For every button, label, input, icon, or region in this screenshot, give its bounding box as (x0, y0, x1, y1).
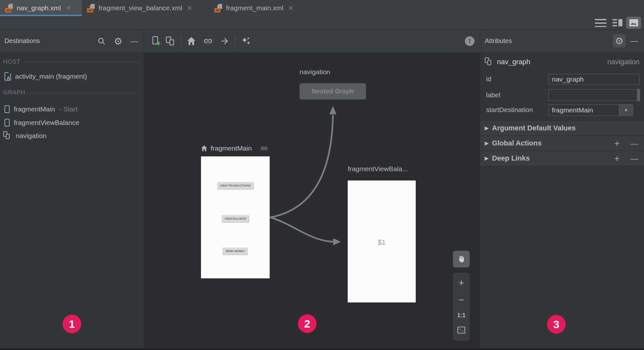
label-field-label: label (486, 89, 500, 101)
zoom-controls: + − 1:1 (453, 273, 470, 341)
tab-label: nav_graph.xml (17, 4, 61, 12)
tab-label: fragment_main.xml (226, 4, 283, 12)
design-view-button[interactable] (626, 17, 641, 29)
fragment-view-balance-preview-card[interactable]: $1 (348, 180, 416, 302)
add-deep-link-button[interactable]: + (611, 151, 623, 166)
tab-fragment-view-balance[interactable]: <> fragment_view_balance.xml ✕ (82, 0, 209, 16)
fragment-main-preview-card[interactable]: VIEW TRANSACTIONS VIEW BALANCE SEND MONE… (201, 156, 270, 278)
collapse-arrow-icon: ▶ (485, 155, 489, 161)
collapse-arrow-icon: ▶ (485, 140, 489, 146)
component-id: nav_graph (497, 58, 530, 66)
host-section-header: HOST (3, 58, 140, 65)
deep-link-badge-icon (260, 144, 268, 152)
close-icon[interactable]: ✕ (66, 4, 71, 12)
preview-button: VIEW BALANCE (222, 215, 249, 222)
tab-fragment-main[interactable]: <> fragment_main.xml ✕ (209, 0, 302, 16)
preview-button: VIEW TRANSACTIONS (217, 182, 253, 189)
attributes-panel-header: Attributes ⚙ — (480, 30, 644, 53)
canvas-toolbar: ! (144, 30, 480, 53)
gear-icon: ⚙ (615, 35, 624, 47)
xml-file-icon: <> (214, 4, 222, 13)
component-type: navigation (607, 58, 640, 66)
actual-size-button[interactable]: 1:1 (457, 312, 466, 319)
destinations-panel: HOST A activity_main (fragment) GRAPH fr… (0, 53, 144, 350)
close-icon[interactable]: ✕ (288, 4, 294, 12)
deep-link-icon[interactable] (203, 36, 213, 46)
destination-item-activity-main[interactable]: A activity_main (fragment) (4, 71, 87, 82)
annotation-badge-1: 1 (63, 315, 81, 333)
zoom-in-button[interactable]: + (458, 278, 464, 288)
tab-nav-graph[interactable]: <> nav_graph.xml ✕ (0, 0, 82, 16)
section-deep-links[interactable]: ▶ Deep Links + — (480, 151, 644, 166)
preview-text: $1 (378, 238, 386, 247)
nested-graph-node[interactable]: Nested Graph (300, 83, 366, 100)
annotation-badge-3: 3 (547, 315, 566, 334)
hand-icon (457, 255, 466, 264)
tab-label: fragment_view_balance.xml (99, 4, 182, 12)
search-icon[interactable] (96, 36, 107, 46)
fit-screen-icon (457, 326, 466, 334)
graph-section-header: GRAPH (3, 89, 140, 96)
assign-start-home-icon[interactable] (186, 36, 196, 46)
fragment-main-node-label: fragmentMain (211, 144, 252, 152)
remove-global-action-button[interactable]: — (629, 136, 640, 151)
attributes-title: Attributes (485, 30, 512, 52)
split-view-icon[interactable] (612, 19, 624, 28)
destination-item-navigation[interactable]: navigation (3, 130, 47, 141)
editor-tab-bar: <> nav_graph.xml ✕ <> fragment_view_bala… (0, 0, 644, 16)
selected-component-row: nav_graph navigation (480, 56, 644, 68)
design-view-icon (629, 19, 639, 27)
start-destination-home-icon (201, 145, 208, 152)
auto-arrange-sparkles-icon[interactable] (241, 36, 251, 46)
nested-graph-icon (485, 57, 493, 66)
gear-button[interactable]: ⚙ (613, 34, 626, 48)
nested-graph-icon (3, 131, 12, 140)
add-global-action-button[interactable]: + (611, 136, 623, 151)
label-field-input[interactable] (548, 89, 640, 101)
close-icon[interactable]: ✕ (187, 4, 192, 12)
issue-warning-indicator[interactable]: ! (465, 36, 474, 46)
code-view-icon[interactable] (595, 19, 606, 27)
destinations-title: Destinations (4, 30, 40, 52)
id-field-label: id (486, 74, 491, 84)
zoom-to-fit-button[interactable] (457, 326, 466, 335)
id-field-input[interactable] (548, 74, 640, 85)
fragment-view-balance-node-label: fragmentViewBala... (348, 165, 408, 173)
remove-deep-link-button[interactable]: — (629, 151, 640, 166)
action-arrow-icon[interactable] (220, 36, 230, 46)
xml-file-icon: <> (87, 4, 95, 13)
fragment-icon (4, 105, 10, 113)
attributes-panel: nav_graph navigation id label startDesti… (480, 53, 644, 350)
collapse-arrow-icon: ▶ (485, 125, 489, 131)
editor-mode-bar (0, 16, 644, 30)
design-surface[interactable]: navigation Nested Graph fragmentMain VIE… (144, 53, 480, 350)
add-destination-icon[interactable] (151, 36, 161, 46)
nested-graph-node-label: navigation (300, 68, 330, 76)
navigation-editor-window: <> nav_graph.xml ✕ <> fragment_view_bala… (0, 0, 644, 350)
pan-hand-button[interactable] (453, 251, 470, 267)
start-destination-dropdown[interactable]: fragmentMain ▼ (548, 104, 633, 116)
hide-panel-icon[interactable]: — (629, 36, 639, 46)
destinations-panel-header: Destinations ⚙ — (0, 30, 144, 53)
attribute-sections: ▶ Argument Default Values ▶ Global Actio… (480, 120, 644, 166)
hide-panel-icon[interactable]: — (129, 36, 139, 46)
preview-button: SEND MONEY (223, 248, 248, 255)
section-argument-default-values[interactable]: ▶ Argument Default Values (480, 121, 644, 136)
panel-scrollbar[interactable] (637, 89, 640, 101)
destination-item-fragment-view-balance[interactable]: fragmentViewBalance (4, 117, 79, 128)
destination-item-fragment-main[interactable]: fragmentMain - Start (4, 104, 78, 115)
window-bottom-edge (0, 348, 644, 350)
chevron-down-icon: ▼ (619, 105, 633, 116)
gear-icon[interactable]: ⚙ (113, 36, 123, 46)
new-nested-graph-icon[interactable] (165, 36, 175, 46)
activity-icon: A (4, 72, 11, 81)
xml-file-icon: <> (5, 4, 13, 13)
section-global-actions[interactable]: ▶ Global Actions + — (480, 136, 644, 151)
fragment-icon (4, 119, 10, 127)
zoom-out-button[interactable]: − (458, 295, 464, 305)
fragment-main-node-header[interactable]: fragmentMain (201, 144, 268, 153)
annotation-badge-2: 2 (298, 314, 317, 333)
start-destination-field-label: startDestination (486, 104, 533, 115)
